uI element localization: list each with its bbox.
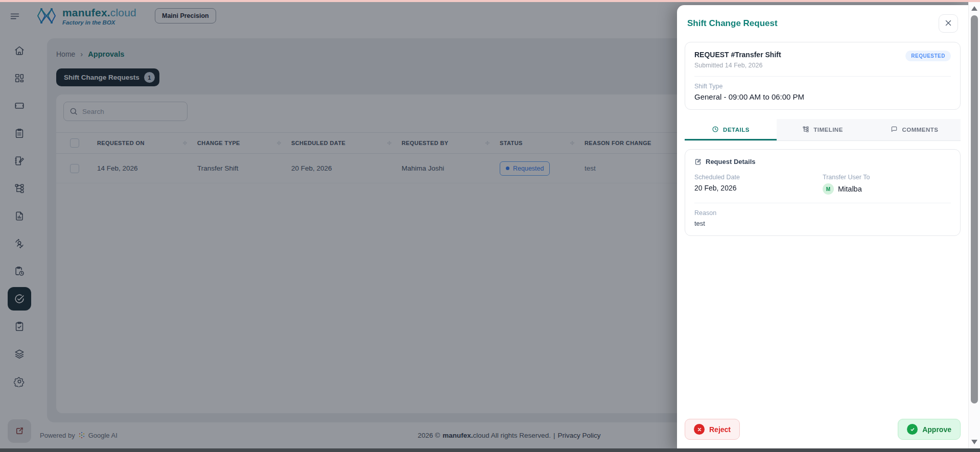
approve-button[interactable]: Approve bbox=[898, 419, 961, 440]
drawer-title: Shift Change Request bbox=[687, 18, 778, 29]
tab-timeline[interactable]: TIMELINE bbox=[777, 119, 869, 140]
shift-type-label: Shift Type bbox=[694, 83, 951, 90]
hierarchy-icon bbox=[802, 126, 809, 134]
avatar: M bbox=[823, 183, 834, 195]
request-submitted: Submitted 14 Feb, 2026 bbox=[694, 62, 781, 69]
transfer-user-name: Mitalba bbox=[838, 185, 862, 193]
browser-top-line bbox=[0, 0, 980, 2]
reject-button[interactable]: Reject bbox=[685, 419, 740, 440]
shift-change-request-drawer: Shift Change Request REQUEST #Transfer S… bbox=[677, 5, 968, 452]
transfer-user-chip: M Mitalba bbox=[823, 183, 951, 195]
details-card-title: Request Details bbox=[706, 158, 756, 165]
close-icon bbox=[944, 18, 953, 29]
request-title: REQUEST #Transfer Shift bbox=[694, 51, 781, 59]
scheduled-date-label: Scheduled Date bbox=[694, 174, 823, 181]
close-button[interactable] bbox=[939, 14, 958, 33]
reason-label: Reason bbox=[694, 209, 951, 217]
file-pen-icon bbox=[694, 158, 702, 165]
tab-details[interactable]: DETAILS bbox=[685, 119, 777, 140]
clock-icon bbox=[712, 126, 719, 134]
circle-x-icon bbox=[694, 424, 705, 435]
divider bbox=[694, 76, 951, 77]
tab-comments[interactable]: COMMENTS bbox=[869, 119, 961, 140]
request-status-badge: REQUESTED bbox=[905, 51, 951, 61]
browser-bottom-edge bbox=[0, 448, 980, 452]
drawer-tabs: DETAILS TIMELINE COMMENTS bbox=[685, 119, 961, 141]
scroll-down-arrow-icon[interactable] bbox=[971, 440, 977, 444]
request-summary-card: REQUEST #Transfer Shift Submitted 14 Feb… bbox=[685, 42, 961, 110]
transfer-user-label: Transfer User To bbox=[823, 174, 951, 181]
shift-type-value: General - 09:00 AM to 06:00 PM bbox=[694, 92, 951, 101]
scroll-up-arrow-icon[interactable] bbox=[971, 6, 977, 11]
circle-check-icon bbox=[907, 424, 918, 435]
chat-icon bbox=[891, 126, 898, 134]
divider bbox=[694, 203, 951, 203]
reason-value: test bbox=[694, 220, 951, 227]
request-details-card: Request Details Scheduled Date 20 Feb, 2… bbox=[685, 149, 961, 236]
scrollbar-thumb[interactable] bbox=[971, 15, 978, 403]
page-scrollbar[interactable] bbox=[968, 2, 980, 448]
scheduled-date-value: 20 Feb, 2026 bbox=[694, 184, 823, 192]
